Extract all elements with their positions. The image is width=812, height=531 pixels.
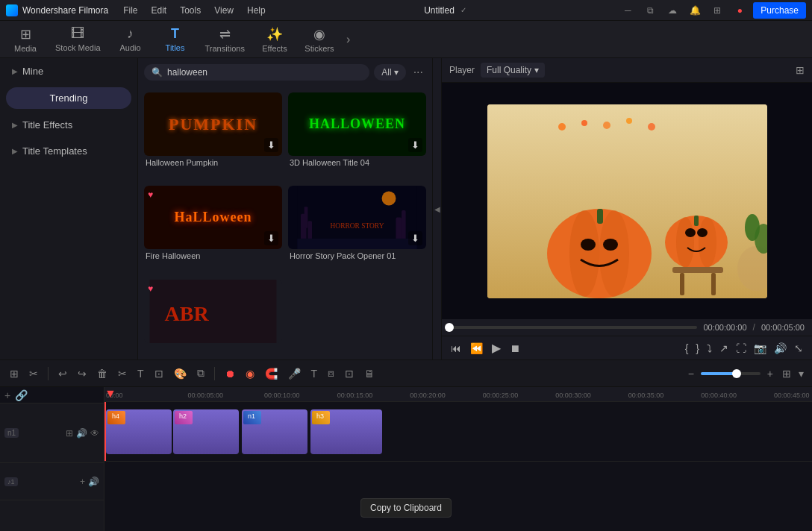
thumb-bg-fire: ♥ HaLLoween (144, 186, 282, 249)
volume-icon[interactable]: 🔊 (772, 341, 788, 356)
content-panel: 🔍 All ▾ ··· PUMPKIN ⬇ Halloween Pumpkin (138, 58, 433, 359)
sidebar-item-trending[interactable]: Trending (6, 87, 131, 109)
progress-thumb[interactable] (445, 323, 454, 332)
menu-edit[interactable]: Edit (146, 4, 173, 17)
grid-item-halloween-pumpkin[interactable]: PUMPKIN ⬇ Halloween Pumpkin (144, 92, 282, 180)
ruler-mark-35: 00:00:35:00 (591, 387, 664, 401)
toolbar-audio[interactable]: ♪ Audio (108, 23, 153, 55)
tl-filter-icon[interactable]: ◉ (242, 365, 258, 382)
tl-record-icon[interactable]: ⏺ (221, 365, 239, 382)
restore-btn[interactable]: ⧉ (641, 1, 659, 19)
step-back-icon[interactable]: ⏪ (469, 341, 484, 356)
tl-title-icon[interactable]: T (307, 365, 322, 382)
tl-snap-icon[interactable]: 🧲 (261, 365, 281, 382)
link-track-icon[interactable]: 🔗 (15, 389, 28, 401)
minimize-btn[interactable]: ─ (619, 1, 637, 19)
sidebar-item-title-effects[interactable]: ▶ Title Effects (3, 113, 134, 136)
close-indicator[interactable]: ● (731, 1, 749, 19)
tl-split-icon[interactable]: ⊞ (6, 365, 22, 382)
add-track-icon[interactable]: + (4, 389, 10, 401)
preview-expand-icon[interactable]: ⊞ (796, 64, 805, 76)
play-icon[interactable]: ▶ (490, 339, 502, 356)
purchase-button[interactable]: Purchase (753, 2, 806, 19)
audio-track-add-icon[interactable]: + (80, 477, 85, 487)
collapse-handle[interactable]: ◀ (433, 58, 442, 359)
clip-h3[interactable]: h3 (310, 409, 382, 454)
grid-item-3d-halloween[interactable]: HALLOWEEN ⬇ 3D Halloween Title 04 (288, 92, 426, 180)
zoom-thumb[interactable] (732, 369, 741, 378)
tl-layout-icon[interactable]: ⊞ (780, 365, 793, 382)
skip-back-icon[interactable]: ⏮ (449, 341, 463, 356)
download-btn-3d-halloween[interactable]: ⬇ (408, 138, 422, 152)
zoom-slider[interactable] (701, 372, 761, 375)
mark-out-icon[interactable]: } (694, 341, 701, 356)
tl-chevron-icon[interactable]: ▾ (796, 365, 806, 382)
tl-cut-icon[interactable]: ✂ (114, 365, 131, 382)
tl-crop-icon[interactable]: ⊡ (151, 365, 167, 382)
thumb-bg-pumpkin: PUMPKIN (144, 92, 282, 156)
title-templates-chevron-icon: ▶ (12, 147, 18, 155)
tl-mic-icon[interactable]: 🎤 (284, 365, 304, 382)
search-input[interactable] (167, 67, 362, 78)
tl-screen-icon[interactable]: 🖥 (360, 365, 378, 382)
toolbar-stickers[interactable]: ◉ Stickers (297, 23, 342, 56)
overwrite-icon[interactable]: ↗ (718, 341, 730, 356)
toolbar-media[interactable]: ⊞ Media (3, 23, 48, 56)
toolbar-effects[interactable]: ✨ Effects (252, 23, 297, 56)
zoom-out-icon[interactable]: − (684, 365, 698, 382)
clip-h4[interactable]: h4 (106, 409, 172, 454)
svg-point-32 (603, 122, 610, 129)
sidebar-item-mine[interactable]: ▶ Mine (3, 60, 134, 83)
apps-btn[interactable]: ⊞ (708, 1, 726, 19)
track-mute-icon[interactable]: 🔊 (76, 428, 87, 439)
quality-select[interactable]: Full Quality ▾ (481, 63, 545, 78)
snapshot-icon[interactable]: 📷 (752, 341, 768, 356)
tl-redo-icon[interactable]: ↪ (74, 365, 90, 382)
playhead-line (104, 402, 106, 461)
progress-bar[interactable] (449, 326, 697, 329)
grid-item-horror-story[interactable]: HORROR STORY ⬇ Horror Story Pack Opener … (288, 186, 426, 273)
clip-h2[interactable]: h2 (173, 409, 239, 454)
tl-effects-icon[interactable]: ⧈ (324, 365, 338, 382)
download-btn-fire[interactable]: ⬇ (264, 231, 278, 245)
track-lock-icon[interactable]: ⊞ (66, 428, 73, 439)
tl-delete-icon[interactable]: 🗑 (93, 365, 111, 382)
mine-chevron-icon: ▶ (12, 67, 18, 75)
toolbar-transitions[interactable]: ⇌ Transitions (198, 23, 252, 56)
menu-tools[interactable]: Tools (174, 4, 207, 17)
insert-icon[interactable]: ⤵ (705, 341, 713, 356)
grid-item-fire-halloween[interactable]: ♥ HaLLoween ⬇ Fire Halloween (144, 186, 282, 273)
mark-in-icon[interactable]: { (684, 341, 690, 356)
filter-chevron-icon: ▾ (394, 67, 399, 78)
track-hide-icon[interactable]: 👁 (90, 428, 99, 439)
download-btn-horror[interactable]: ⬇ (408, 231, 422, 245)
download-btn-pumpkin[interactable]: ⬇ (264, 138, 278, 152)
grid-item-partial[interactable]: ♥ ABR (144, 280, 282, 354)
toolbar-more-btn[interactable]: › (342, 33, 355, 46)
menu-view[interactable]: View (208, 4, 240, 17)
toolbar-stock-media[interactable]: 🎞 Stock Media (48, 23, 108, 55)
zoom-in-icon[interactable]: + (763, 365, 777, 382)
tl-undo-icon[interactable]: ↩ (54, 365, 71, 382)
menu-file[interactable]: File (117, 4, 143, 17)
fullscreen-icon[interactable]: ⛶ (734, 341, 748, 356)
stop-icon[interactable]: ⏹ (508, 341, 522, 356)
tl-speed-icon[interactable]: ⊡ (341, 365, 357, 382)
menu-help[interactable]: Help (241, 4, 272, 17)
audio-track-mute-icon[interactable]: 🔊 (88, 477, 99, 487)
toolbar-titles[interactable]: T Titles (153, 23, 198, 55)
copy-to-clipboard-tooltip: Copy to Clipboard (360, 498, 452, 518)
clip-label-h2: h2 (176, 411, 190, 421)
sidebar-item-title-templates[interactable]: ▶ Title Templates (3, 139, 134, 163)
tl-color-icon[interactable]: 🎨 (170, 365, 190, 382)
filter-button[interactable]: All ▾ (374, 64, 405, 81)
tl-text-icon[interactable]: T (134, 365, 148, 382)
tl-copy-icon[interactable]: ⧉ (193, 365, 208, 382)
notification-btn[interactable]: 🔔 (686, 1, 704, 19)
clip-n1[interactable]: n1 (242, 409, 307, 454)
cloud-btn[interactable]: ☁ (663, 1, 681, 19)
content-more-btn[interactable]: ··· (410, 66, 426, 79)
svg-point-22 (697, 228, 708, 237)
tl-trim-icon[interactable]: ✂ (25, 365, 42, 382)
pip-icon[interactable]: ⤡ (793, 341, 805, 356)
